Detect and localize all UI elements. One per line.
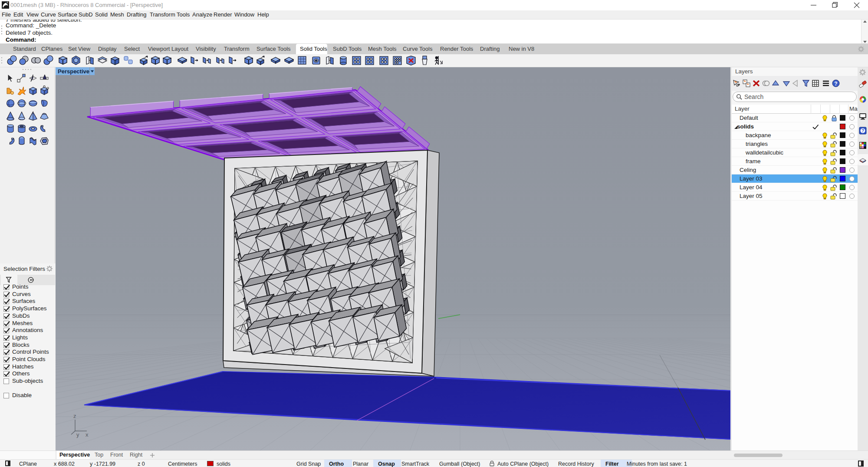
svg-text:?: ? xyxy=(834,81,837,87)
svg-text:y: y xyxy=(76,431,79,438)
svg-text:8: 8 xyxy=(7,1,8,4)
svg-text:?: ? xyxy=(861,128,864,133)
svg-text:Perspective: Perspective xyxy=(58,68,89,75)
svg-text:x: x xyxy=(85,431,89,438)
svg-text:z: z xyxy=(73,413,76,419)
